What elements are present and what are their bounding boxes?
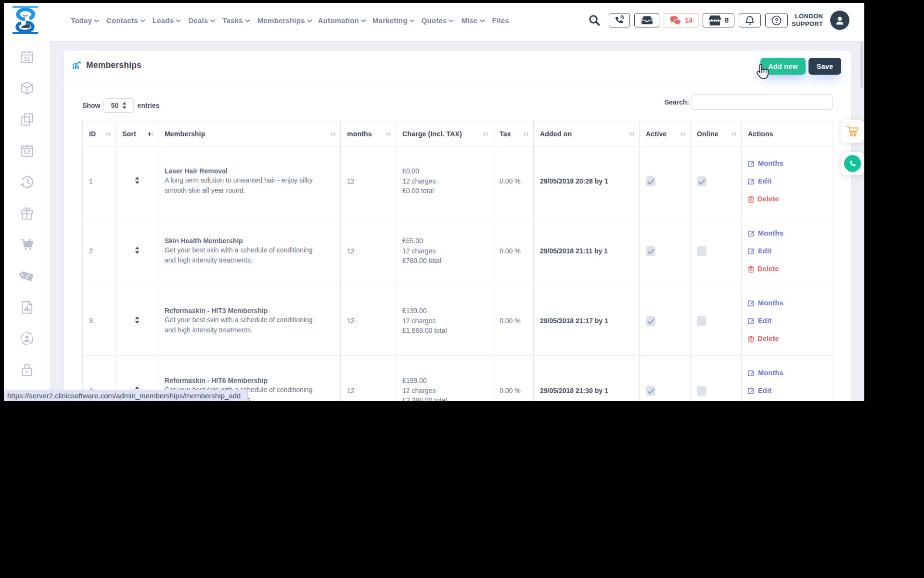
menu-item-quotes[interactable]: Quotes <box>422 16 454 25</box>
search-input[interactable] <box>692 94 833 110</box>
sidebar-gift-icon[interactable] <box>4 204 50 223</box>
sidebar-user-circle-icon[interactable] <box>4 329 50 348</box>
phone-button[interactable] <box>609 13 630 27</box>
sort-arrows-icon[interactable] <box>629 130 635 138</box>
column-header-charge-incl-tax-[interactable]: Charge (Incl. TAX) <box>396 121 493 146</box>
checkbox-checked[interactable] <box>697 176 706 186</box>
help-button[interactable]: ? <box>765 13 788 27</box>
menu-item-deals[interactable]: Deals <box>188 16 215 25</box>
clinicsoftware-logo[interactable] <box>13 6 38 38</box>
sidebar-history-icon[interactable] <box>4 172 50 192</box>
entries-select[interactable]: 50 <box>103 98 134 113</box>
memberships-card: Memberships Add new Save Show 50 <box>64 51 851 401</box>
menu-item-misc[interactable]: Misc <box>461 16 485 25</box>
sort-arrows-icon[interactable] <box>385 130 391 138</box>
menu-item-contacts[interactable]: Contacts <box>106 16 145 25</box>
search-icon[interactable] <box>588 14 601 26</box>
column-header-online[interactable]: Online <box>691 121 742 146</box>
column-header-tax[interactable]: Tax <box>493 121 534 146</box>
delete-link[interactable]: Delete <box>748 195 833 203</box>
delete-link[interactable]: Delete <box>748 335 833 342</box>
membership-description: smooth skin all year round. <box>165 185 340 196</box>
sidebar-cart-icon[interactable] <box>4 235 50 254</box>
months-link[interactable]: Months <box>748 299 833 307</box>
column-header-sort[interactable]: Sort <box>116 121 158 146</box>
column-header-added-on[interactable]: Added on <box>534 121 640 146</box>
store-button[interactable]: 8 <box>703 13 734 27</box>
bell-button[interactable] <box>739 13 761 27</box>
sort-arrows-icon[interactable] <box>523 130 529 138</box>
menu-item-automation[interactable]: Automation <box>318 16 366 25</box>
sidebar-copy-icon[interactable] <box>4 110 50 129</box>
scrollbar-thumb[interactable] <box>860 42 863 88</box>
checkbox-checked[interactable] <box>646 386 655 396</box>
save-button[interactable]: Save <box>808 58 841 75</box>
inbox-button[interactable] <box>634 13 659 27</box>
charge-total: £1,668.00 total <box>402 326 493 336</box>
sort-arrows-icon[interactable] <box>105 130 111 138</box>
checkbox[interactable] <box>697 316 706 326</box>
column-header-membership[interactable]: Membership <box>158 121 341 146</box>
floating-phone-button[interactable] <box>841 152 864 175</box>
sort-arrows-icon[interactable] <box>680 130 686 138</box>
sort-arrows-icon[interactable] <box>148 130 154 138</box>
cell-charge: £0.0012 charges£0.00 total <box>396 146 493 216</box>
edit-link-label: Edit <box>758 387 771 394</box>
cell-online <box>691 146 742 216</box>
checkbox-checked[interactable] <box>646 246 655 256</box>
menu-item-files[interactable]: Files <box>492 16 509 25</box>
column-header-months[interactable]: months <box>341 121 396 146</box>
sort-arrows-icon[interactable] <box>731 130 737 138</box>
membership-description: Get your best skin with a schedule of co… <box>165 245 340 255</box>
chat-button[interactable]: 14 <box>664 13 698 27</box>
card-header: Memberships Add new Save <box>64 51 851 82</box>
sort-arrows-icon[interactable] <box>330 130 336 138</box>
sidebar-tags-icon[interactable] <box>4 266 50 286</box>
sort-arrows-icon[interactable] <box>483 130 488 138</box>
months-link[interactable]: Months <box>748 159 833 167</box>
edit-link[interactable]: Edit <box>748 387 833 394</box>
menu-item-marketing[interactable]: Marketing <box>372 16 415 25</box>
checkbox[interactable] <box>697 386 706 396</box>
edit-icon <box>748 160 755 167</box>
menu-item-today[interactable]: Today <box>71 16 99 25</box>
menu-item-leads[interactable]: Leads <box>153 16 181 25</box>
person-icon <box>834 14 846 26</box>
membership-description: Get your best skin with a schedule of co… <box>165 315 340 325</box>
drag-sort-icon[interactable] <box>135 177 140 184</box>
sidebar-package-icon[interactable] <box>4 79 50 98</box>
column-header-active[interactable]: Active <box>640 121 691 146</box>
menu-item-tasks[interactable]: Tasks <box>222 16 250 25</box>
column-header-id[interactable]: ID <box>83 121 116 146</box>
chevron-down-icon <box>449 19 454 23</box>
menu-item-memberships[interactable]: Memberships <box>257 16 312 25</box>
checkbox-checked[interactable] <box>646 176 655 186</box>
drag-sort-icon[interactable] <box>135 247 140 254</box>
mouse-cursor <box>756 63 769 80</box>
sidebar-lock-icon[interactable] <box>4 360 50 380</box>
checkbox[interactable] <box>697 246 706 256</box>
floating-cart-button[interactable] <box>841 120 864 143</box>
months-link[interactable]: Months <box>748 369 833 377</box>
user-name[interactable]: LONDON SUPPORT <box>792 13 823 28</box>
menu-item-label: Leads <box>153 16 174 25</box>
trash-icon <box>748 265 754 273</box>
delete-link[interactable]: Delete <box>748 265 833 273</box>
sidebar-archive-icon[interactable] <box>4 141 50 160</box>
edit-link[interactable]: Edit <box>748 247 833 255</box>
sidebar-calendar-icon[interactable]: 12 <box>4 47 50 66</box>
table-row: 3Reformaskin - HIT3 MembershipGet your b… <box>83 286 833 356</box>
menu-item-label: Memberships <box>257 16 305 25</box>
cell-online <box>691 216 742 286</box>
column-header-actions[interactable]: Actions <box>742 121 833 146</box>
sidebar-report-icon[interactable] <box>4 298 50 317</box>
months-link[interactable]: Months <box>748 229 833 237</box>
edit-link[interactable]: Edit <box>748 177 833 185</box>
avatar[interactable] <box>830 11 849 30</box>
cell-online <box>691 356 742 401</box>
drag-sort-icon[interactable] <box>135 316 140 324</box>
cell-id: 2 <box>83 216 116 286</box>
cell-membership: Skin Health MembershipGet your best skin… <box>158 216 341 286</box>
edit-link[interactable]: Edit <box>748 317 833 325</box>
checkbox-checked[interactable] <box>646 316 655 326</box>
